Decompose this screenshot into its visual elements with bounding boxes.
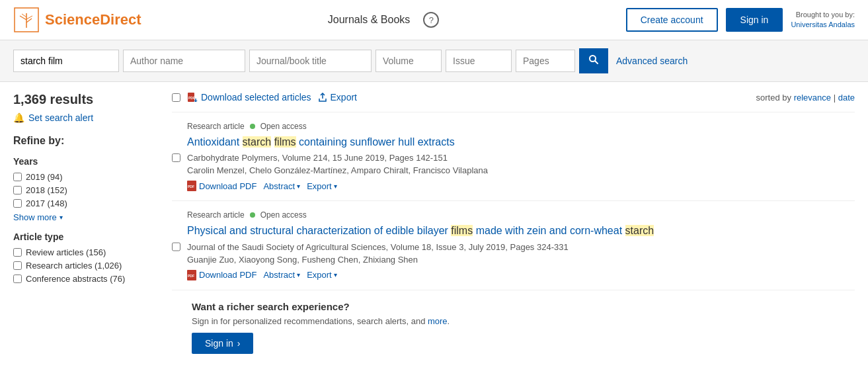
- open-access-label-1: Open access: [260, 122, 307, 131]
- year-2019-checkbox[interactable]: [13, 173, 22, 181]
- pages-input[interactable]: [516, 50, 575, 72]
- article-2-abstract-button[interactable]: Abstract ▾: [263, 270, 300, 280]
- article-2-export-button[interactable]: Export ▾: [307, 270, 337, 280]
- open-access-label-2: Open access: [260, 210, 307, 220]
- year-2017-item: 2017 (148): [13, 198, 159, 208]
- article-1-checkbox[interactable]: [172, 124, 180, 191]
- export-icon: [318, 93, 327, 102]
- article-1-export-button[interactable]: Export ▾: [307, 181, 337, 191]
- year-2017-label: 2017 (148): [26, 198, 67, 208]
- research-articles-item: Research articles (1,026): [13, 261, 159, 271]
- article-1-authors: Carolin Menzel, Chelo González-Martínez,…: [187, 165, 855, 175]
- year-2018-item: 2018 (152): [13, 185, 159, 195]
- chevron-down-icon-e2: ▾: [334, 271, 337, 278]
- bell-icon: 🔔: [13, 112, 24, 123]
- sort-relevance-link[interactable]: relevance: [794, 93, 831, 103]
- volume-input[interactable]: [375, 50, 442, 72]
- sort-date-link[interactable]: date: [838, 93, 855, 103]
- main-content: 1,369 results 🔔 Set search alert Refine …: [0, 82, 868, 370]
- chevron-down-icon-a1: ▾: [297, 183, 300, 190]
- article-1-pdf-link[interactable]: PDF Download PDF: [187, 181, 256, 191]
- article-2-title[interactable]: Physical and structural characterization…: [187, 224, 855, 238]
- promo-title: Want a richer search experience?: [192, 301, 855, 312]
- review-articles-checkbox[interactable]: [13, 248, 22, 257]
- header: ScienceDirect Journals & Books ? Create …: [0, 0, 868, 40]
- university-link[interactable]: Universitas Andalas: [791, 21, 855, 28]
- research-articles-checkbox[interactable]: [13, 261, 22, 270]
- help-icon[interactable]: ?: [423, 12, 439, 28]
- select-all-checkbox[interactable]: [172, 93, 180, 102]
- show-more-years[interactable]: Show more ▾: [13, 212, 159, 222]
- download-selected-button[interactable]: PDF Download selected articles: [187, 92, 311, 103]
- chevron-down-icon-e1: ▾: [334, 183, 337, 190]
- year-2019-item: 2019 (94): [13, 172, 159, 182]
- article-type-title: Article type: [13, 232, 159, 242]
- open-access-dot-2: [250, 212, 255, 218]
- svg-text:PDF: PDF: [188, 185, 194, 189]
- logo-text: ScienceDirect: [45, 11, 141, 28]
- export-button[interactable]: Export: [318, 92, 357, 103]
- article-2-content: Research article Open access Physical an…: [187, 210, 855, 280]
- advanced-search-link[interactable]: Advanced search: [616, 56, 688, 66]
- search-button[interactable]: [579, 48, 608, 73]
- year-2018-checkbox[interactable]: [13, 186, 22, 194]
- year-2018-label: 2018 (152): [26, 185, 67, 195]
- brought-to-you: Brought to you by: Universitas Andalas: [791, 10, 855, 30]
- svg-line-3: [22, 14, 26, 17]
- article-2-checkbox[interactable]: [172, 213, 180, 280]
- article-2-authors: Guanjie Zuo, Xiaoyong Song, Fusheng Chen…: [187, 255, 855, 265]
- sign-in-button[interactable]: Sign in: [726, 8, 783, 32]
- svg-text:PDF: PDF: [188, 96, 195, 100]
- article-1-type: Research article: [187, 122, 245, 131]
- issue-input[interactable]: [446, 50, 512, 72]
- journal-title-input[interactable]: [249, 50, 372, 72]
- journals-books-link[interactable]: Journals & Books: [328, 14, 411, 26]
- review-articles-item: Review articles (156): [13, 247, 159, 257]
- search-alert[interactable]: 🔔 Set search alert: [13, 112, 159, 123]
- sign-in-promo-button[interactable]: Sign in ›: [192, 333, 253, 354]
- header-right: Create account Sign in Brought to you by…: [626, 8, 855, 32]
- article-1-content: Research article Open access Antioxidant…: [187, 122, 855, 191]
- article-2-actions: PDF Download PDF Abstract ▾ Export ▾: [187, 270, 855, 280]
- article-2-journal: Journal of the Saudi Society of Agricult…: [187, 242, 855, 252]
- promo-text: Sign in for personalized recommendations…: [192, 316, 855, 326]
- logo[interactable]: ScienceDirect: [13, 7, 141, 33]
- highlight-starch-2: starch: [625, 225, 654, 236]
- create-account-button[interactable]: Create account: [626, 8, 718, 32]
- refine-by-label: Refine by:: [13, 135, 159, 147]
- open-access-dot-1: [250, 124, 255, 129]
- svg-text:PDF: PDF: [188, 274, 194, 278]
- article-card-1: Research article Open access Antioxidant…: [172, 112, 855, 200]
- conference-abstracts-item: Conference abstracts (76): [13, 274, 159, 284]
- pdf-icon-2: PDF: [187, 270, 196, 280]
- highlight-films-1: films: [274, 136, 296, 148]
- highlight-films-2: films: [451, 225, 473, 236]
- results-toolbar: PDF Download selected articles Export so…: [172, 92, 855, 103]
- svg-point-6: [590, 56, 596, 62]
- conference-abstracts-label: Conference abstracts (76): [26, 274, 125, 284]
- article-1-journal: Carbohydrate Polymers, Volume 214, 15 Ju…: [187, 153, 855, 163]
- article-2-pdf-link[interactable]: PDF Download PDF: [187, 270, 256, 280]
- chevron-down-icon: ▾: [59, 214, 63, 221]
- search-input[interactable]: [13, 50, 119, 72]
- year-2019-label: 2019 (94): [26, 172, 63, 182]
- search-icon: [588, 54, 599, 65]
- year-2017-checkbox[interactable]: [13, 199, 22, 208]
- years-filter-title: Years: [13, 156, 159, 167]
- author-name-input[interactable]: [123, 50, 245, 72]
- results-area: PDF Download selected articles Export so…: [172, 92, 855, 361]
- chevron-down-icon-a2: ▾: [297, 271, 300, 278]
- article-1-meta: Research article Open access: [187, 122, 855, 131]
- header-center: Journals & Books ?: [155, 12, 613, 28]
- article-1-abstract-button[interactable]: Abstract ▾: [263, 181, 300, 191]
- sort-info: sorted by relevance | date: [756, 93, 855, 103]
- highlight-starch-1: starch: [243, 136, 272, 148]
- article-card-2: Research article Open access Physical an…: [172, 200, 855, 289]
- article-1-title[interactable]: Antioxidant starch films containing sunf…: [187, 135, 855, 149]
- conference-abstracts-checkbox[interactable]: [13, 275, 22, 283]
- svg-line-7: [596, 62, 598, 64]
- promo-box: Want a richer search experience? Sign in…: [172, 290, 855, 361]
- article-1-actions: PDF Download PDF Abstract ▾ Export ▾: [187, 181, 855, 191]
- sidebar: 1,369 results 🔔 Set search alert Refine …: [13, 92, 159, 361]
- promo-more-link[interactable]: more: [428, 316, 448, 326]
